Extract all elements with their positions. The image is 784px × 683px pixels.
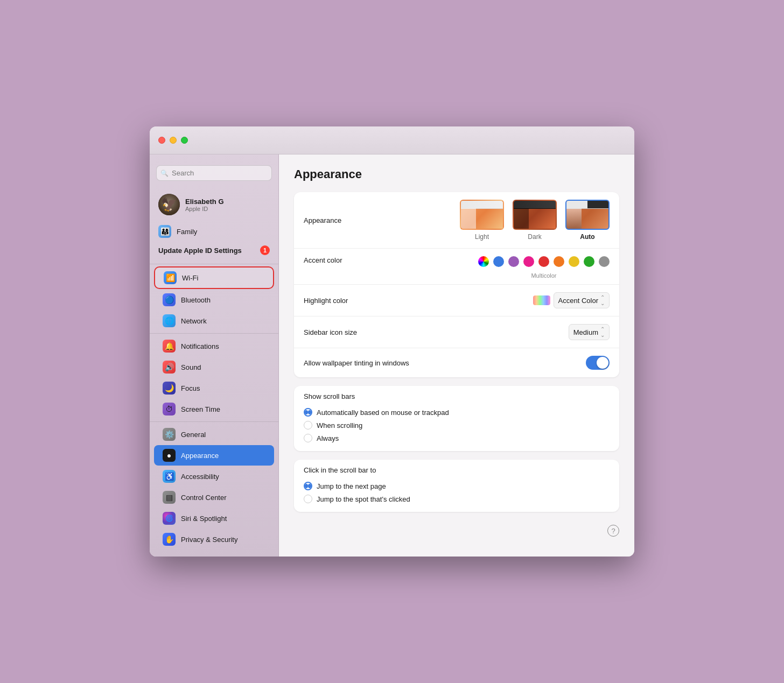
close-button[interactable] bbox=[158, 137, 165, 144]
swatch-blue[interactable] bbox=[493, 256, 504, 267]
minimize-button[interactable] bbox=[170, 137, 177, 144]
swatch-pink[interactable] bbox=[523, 256, 534, 267]
user-section[interactable]: Elisabeth G Apple ID bbox=[150, 189, 278, 222]
sidebar-item-sound[interactable]: 🔊Sound bbox=[154, 357, 274, 377]
wallpaper-tinting-row: Allow wallpaper tinting in windows bbox=[294, 348, 619, 377]
swatch-row bbox=[478, 256, 610, 267]
sidebar-item-controlcenter[interactable]: ▤Control Center bbox=[154, 487, 274, 508]
radio-when-scrolling[interactable]: When scrolling bbox=[304, 419, 610, 432]
swatch-graphite[interactable] bbox=[599, 256, 610, 267]
radio-jump-clicked-spot-label: Jump to the spot that's clicked bbox=[317, 495, 410, 503]
sidebar-item-label-focus: Focus bbox=[181, 384, 200, 392]
sidebar-item-label-notifications: Notifications bbox=[181, 342, 219, 350]
swatch-multicolor[interactable] bbox=[478, 256, 489, 267]
update-badge: 1 bbox=[260, 245, 270, 255]
highlight-color-arrows: ⌃⌄ bbox=[600, 294, 605, 306]
bluetooth-icon: 🔵 bbox=[163, 293, 176, 306]
scroll-click-group: Click in the scroll bar to Jump to the n… bbox=[294, 460, 619, 512]
sidebar-item-label-controlcenter: Control Center bbox=[181, 494, 227, 502]
search-input[interactable] bbox=[156, 165, 272, 181]
sidebar-icon-size-value: Medium bbox=[573, 328, 598, 336]
sidebar-item-screentime[interactable]: ⏱Screen Time bbox=[154, 399, 274, 419]
user-name: Elisabeth G bbox=[185, 198, 224, 206]
color-swatches: Multicolor bbox=[478, 256, 610, 279]
sidebar-item-bluetooth[interactable]: 🔵Bluetooth bbox=[154, 290, 274, 310]
siri-icon: 🌀 bbox=[163, 512, 176, 525]
update-notice-label: Update Apple ID Settings bbox=[158, 247, 242, 255]
radio-always[interactable]: Always bbox=[304, 432, 610, 445]
controlcenter-icon: ▤ bbox=[163, 491, 176, 504]
scroll-bars-card: Show scroll bars Automatically based on … bbox=[294, 386, 619, 451]
appearance-light-label: Light bbox=[475, 233, 489, 241]
scroll-click-card: Click in the scroll bar to Jump to the n… bbox=[294, 460, 619, 512]
system-preferences-window: 🔍 Elisabeth G Apple ID 👨‍👩‍👧 Family bbox=[150, 126, 634, 557]
radio-auto-scroll-label: Automatically based on mouse or trackpad bbox=[317, 409, 449, 417]
highlight-gradient bbox=[533, 295, 550, 305]
sidebar-item-notifications[interactable]: 🔔Notifications bbox=[154, 336, 274, 356]
radio-jump-next-page[interactable]: Jump to the next page bbox=[304, 480, 610, 492]
appearance-label: Appearance bbox=[304, 216, 341, 224]
radio-jump-next-page-circle bbox=[304, 482, 312, 490]
scroll-bars-group: Show scroll bars Automatically based on … bbox=[294, 386, 619, 451]
selected-swatch-label: Multicolor bbox=[531, 272, 556, 279]
appearance-options: Light Dark Auto bbox=[460, 200, 610, 241]
sidebar-item-family[interactable]: 👨‍👩‍👧 Family bbox=[150, 222, 278, 241]
sidebar-item-wifi[interactable]: 📶Wi-Fi bbox=[154, 266, 274, 289]
sidebar-item-label-appearance: Appearance bbox=[181, 452, 219, 460]
sidebar-item-label-network: Network bbox=[181, 317, 207, 325]
sidebar-item-network[interactable]: 🌐Network bbox=[154, 311, 274, 331]
privacy-icon: ✋ bbox=[163, 533, 176, 546]
appearance-option-light[interactable]: Light bbox=[460, 200, 504, 241]
wallpaper-tinting-toggle[interactable] bbox=[586, 356, 610, 370]
sidebar-item-focus[interactable]: 🌙Focus bbox=[154, 378, 274, 398]
update-notice[interactable]: Update Apple ID Settings 1 bbox=[150, 241, 278, 262]
scroll-bars-title: Show scroll bars bbox=[304, 392, 610, 400]
user-subtitle: Apple ID bbox=[185, 206, 224, 212]
radio-auto-scroll[interactable]: Automatically based on mouse or trackpad bbox=[304, 406, 610, 419]
family-label: Family bbox=[177, 228, 197, 236]
sidebar: 🔍 Elisabeth G Apple ID 👨‍👩‍👧 Family bbox=[150, 154, 279, 557]
accent-color-label: Accent color bbox=[304, 256, 342, 264]
sidebar-item-appearance[interactable]: ●Appearance bbox=[154, 445, 274, 466]
sidebar-divider-1 bbox=[150, 264, 278, 264]
accessibility-icon: ♿ bbox=[163, 470, 176, 483]
search-container: 🔍 bbox=[150, 161, 278, 189]
appearance-card: Appearance Light Dark Auto bbox=[294, 192, 619, 377]
appearance-option-auto[interactable]: Auto bbox=[565, 200, 610, 241]
sidebar-item-label-privacy: Privacy & Security bbox=[181, 536, 237, 544]
swatch-green[interactable] bbox=[584, 256, 594, 267]
maximize-button[interactable] bbox=[181, 137, 188, 144]
notifications-icon: 🔔 bbox=[163, 340, 176, 353]
sidebar-item-label-siri: Siri & Spotlight bbox=[181, 515, 227, 523]
appearance-icon: ● bbox=[163, 449, 176, 462]
swatch-yellow[interactable] bbox=[569, 256, 579, 267]
sidebar-item-label-general: General bbox=[181, 431, 206, 439]
sidebar-item-privacy[interactable]: ✋Privacy & Security bbox=[154, 529, 274, 550]
appearance-thumb-auto bbox=[565, 200, 610, 230]
avatar-image bbox=[158, 194, 180, 215]
sidebar-item-accessibility[interactable]: ♿Accessibility bbox=[154, 466, 274, 487]
help-button[interactable]: ? bbox=[607, 525, 619, 537]
appearance-row: Appearance Light Dark Auto bbox=[294, 192, 619, 249]
highlight-color-preview: Accent Color ⌃⌄ bbox=[533, 292, 610, 308]
radio-jump-next-page-label: Jump to the next page bbox=[317, 482, 386, 490]
sidebar-icon-size-select[interactable]: Medium ⌃⌄ bbox=[569, 324, 610, 340]
appearance-option-dark[interactable]: Dark bbox=[513, 200, 557, 241]
radio-when-scrolling-circle bbox=[304, 421, 312, 429]
highlight-color-select[interactable]: Accent Color ⌃⌄ bbox=[554, 292, 610, 308]
sidebar-item-general[interactable]: ⚙️General bbox=[154, 424, 274, 445]
swatch-red[interactable] bbox=[538, 256, 549, 267]
avatar bbox=[158, 194, 180, 215]
swatch-purple[interactable] bbox=[508, 256, 519, 267]
appearance-thumb-dark bbox=[513, 200, 557, 230]
network-icon: 🌐 bbox=[163, 314, 176, 327]
focus-icon: 🌙 bbox=[163, 382, 176, 395]
radio-jump-clicked-spot-circle bbox=[304, 495, 312, 503]
swatch-orange[interactable] bbox=[554, 256, 564, 267]
radio-jump-clicked-spot[interactable]: Jump to the spot that's clicked bbox=[304, 492, 610, 505]
sidebar-item-siri[interactable]: 🌀Siri & Spotlight bbox=[154, 508, 274, 529]
general-icon: ⚙️ bbox=[163, 428, 176, 441]
screentime-icon: ⏱ bbox=[163, 403, 176, 416]
wallpaper-tinting-label: Allow wallpaper tinting in windows bbox=[304, 359, 409, 367]
appearance-auto-label: Auto bbox=[580, 233, 594, 241]
